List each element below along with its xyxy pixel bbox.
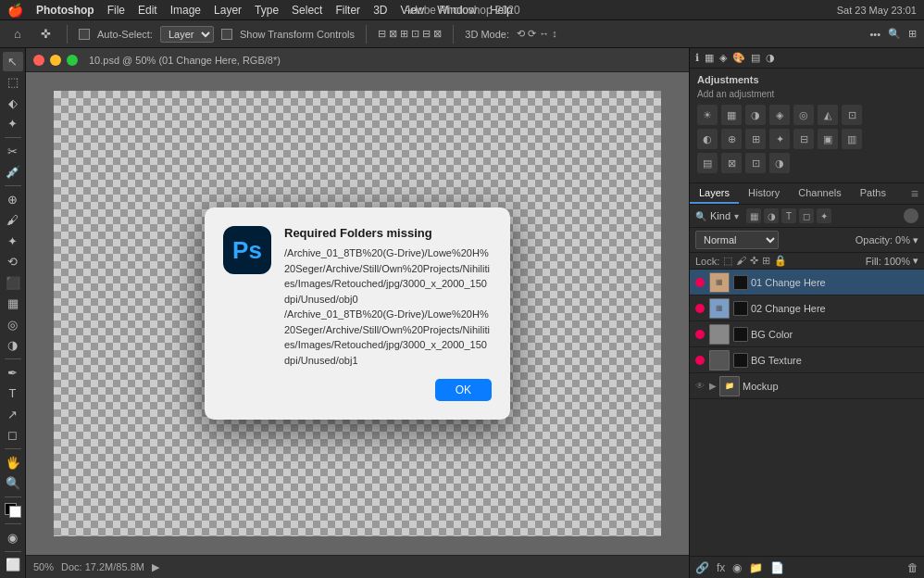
fill-dropdown-arrow[interactable]: ▾ [913,255,918,267]
marquee-tool[interactable]: ⬚ [3,73,23,93]
brightness-contr-icon[interactable]: ⊡ [745,153,766,173]
color-icon[interactable]: 🎨 [732,52,745,64]
levels-icon[interactable]: ▦ [721,105,742,125]
vibrance-icon[interactable]: ◎ [793,105,814,125]
fg-bg-colors[interactable] [3,501,23,521]
blur-tool[interactable]: ◎ [3,315,23,334]
eraser-tool[interactable]: ⬛ [3,273,23,293]
menu-select[interactable]: Select [292,4,322,17]
close-button[interactable] [33,55,44,66]
filter-type-icon[interactable]: T [781,208,796,223]
layer-eye-01[interactable] [693,276,706,289]
filter-smart-icon[interactable]: ✦ [817,208,831,223]
layer-row-mockup[interactable]: 👁 ▶ 📁 Mockup [690,373,924,399]
move-tool-icon[interactable]: ✜ [35,24,56,44]
path-select-tool[interactable]: ↗ [3,405,23,424]
menu-edit[interactable]: Edit [138,4,157,17]
brightness-icon[interactable]: ☀ [697,105,718,125]
menu-filter[interactable]: Filter [335,4,360,17]
more-options-icon[interactable]: ••• [869,29,880,40]
menu-photoshop[interactable]: Photoshop [36,4,94,17]
layer-dropdown[interactable]: Layer [160,26,214,43]
black-white-icon[interactable]: ◐ [697,129,718,149]
fill-value[interactable]: 100% [884,256,910,267]
layer-effects-icon[interactable]: fx [717,561,725,574]
home-icon[interactable]: ⌂ [7,24,28,44]
posterize-icon[interactable]: ▣ [818,129,838,149]
menu-type[interactable]: Type [255,4,279,17]
move-tool[interactable]: ↖ [3,52,23,71]
menu-image[interactable]: Image [170,4,201,17]
swatches-icon[interactable]: ▤ [751,52,760,64]
menu-layer[interactable]: Layer [214,4,242,17]
eyedropper-tool[interactable]: 💉 [3,162,23,182]
layer-eye-bg-texture[interactable] [693,354,706,367]
ok-button[interactable]: OK [435,379,492,401]
layer-row-bg-texture[interactable]: BG Texture [690,347,924,373]
tab-channels[interactable]: Channels [789,183,850,204]
new-group-icon[interactable]: 📁 [749,561,763,574]
menu-3d[interactable]: 3D [373,4,387,17]
histogram-icon[interactable]: ▦ [705,52,714,64]
hand-tool[interactable]: 🖐 [3,453,23,472]
add-mask-icon[interactable]: ◉ [732,561,742,574]
shape-tool[interactable]: ◻ [3,425,23,445]
menu-file[interactable]: File [107,4,125,17]
navigator-icon[interactable]: ◈ [719,52,727,64]
tab-paths[interactable]: Paths [851,183,895,204]
brush-tool[interactable]: 🖌 [3,210,23,230]
opacity-dropdown-arrow[interactable]: ▾ [913,234,918,246]
layer-row-01-change-here[interactable]: ▦ 01 Change Here [690,270,924,295]
shadows-high-icon[interactable]: ◑ [769,153,790,173]
threshold-icon[interactable]: ▥ [842,129,862,149]
history-brush[interactable]: ⟲ [3,252,23,271]
hue-sat-icon[interactable]: ◭ [818,105,838,125]
lock-transparent-icon[interactable]: ⬚ [723,255,732,267]
curves-icon[interactable]: ◑ [745,105,766,125]
gradients-icon[interactable]: ◑ [766,52,775,64]
quick-select-tool[interactable]: ✦ [3,115,23,134]
layer-eye-bg-color[interactable] [693,328,706,341]
auto-select-checkbox[interactable] [79,29,90,40]
lock-artboard-icon[interactable]: ⊞ [762,255,770,267]
link-layers-icon[interactable]: 🔗 [695,561,709,574]
layer-eye-mockup[interactable]: 👁 [693,380,706,393]
gradient-tool[interactable]: ▦ [3,294,23,313]
lasso-tool[interactable]: ⬖ [3,94,23,113]
color-lookup-icon[interactable]: ✦ [769,129,790,149]
layer-row-02-change-here[interactable]: ▦ 02 Change Here [690,295,924,321]
status-arrow[interactable]: ▶ [152,561,159,573]
show-transform-checkbox[interactable] [221,29,232,40]
clone-tool[interactable]: ✦ [3,232,23,251]
type-tool[interactable]: T [3,383,23,403]
apple-icon[interactable]: 🍎 [7,3,23,18]
quick-mask[interactable]: ◉ [3,528,23,547]
blend-mode-dropdown[interactable]: Normal [695,231,779,249]
filter-shape-icon[interactable]: ◻ [799,208,814,223]
layer-row-bg-color[interactable]: BG Color [690,321,924,347]
tab-layers[interactable]: Layers [690,183,739,204]
gradient-map-icon[interactable]: ▤ [697,153,718,173]
color-balance-icon[interactable]: ⊡ [842,105,862,125]
workspace-icon[interactable]: ⊞ [908,28,917,40]
dodge-tool[interactable]: ◑ [3,335,23,355]
invert-icon[interactable]: ⊟ [793,129,814,149]
filter-pixel-icon[interactable]: ▦ [746,208,761,223]
lock-all-icon[interactable]: 🔒 [774,255,787,267]
selective-color-icon[interactable]: ⊠ [721,153,742,173]
photo-filter-icon[interactable]: ⊕ [721,129,742,149]
kind-dropdown-arrow[interactable]: ▾ [734,211,739,221]
pen-tool[interactable]: ✒ [3,363,23,383]
exposure-icon[interactable]: ◈ [769,105,790,125]
delete-layer-icon[interactable]: 🗑 [907,561,918,574]
zoom-tool[interactable]: 🔍 [3,473,23,493]
maximize-button[interactable] [67,55,78,66]
opacity-value[interactable]: 0% [895,234,910,245]
minimize-button[interactable] [50,55,61,66]
layer-group-chevron[interactable]: ▶ [709,381,717,391]
tab-history[interactable]: History [739,183,789,204]
filter-toggle[interactable] [904,208,918,223]
new-layer-icon[interactable]: 📄 [770,561,784,574]
crop-tool[interactable]: ✂ [3,142,23,161]
lock-position-icon[interactable]: ✜ [750,255,758,267]
